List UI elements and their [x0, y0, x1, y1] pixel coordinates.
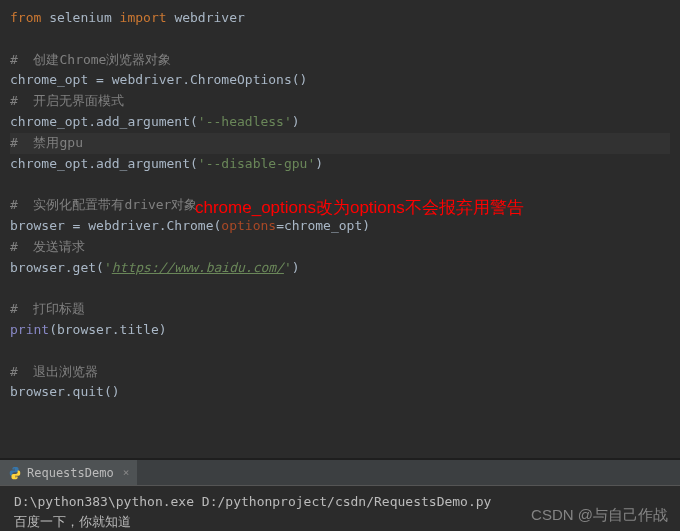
- code-line: # 退出浏览器: [10, 362, 670, 383]
- builtin-print: print: [10, 322, 49, 337]
- url-string: https://www.baidu.com/: [112, 260, 284, 275]
- keyword-from: from: [10, 10, 41, 25]
- terminal-tab-bar: RequestsDemo ×: [0, 460, 680, 486]
- code-line: browser = webdriver.Chrome(options=chrom…: [10, 216, 670, 237]
- code-line: [10, 278, 670, 299]
- code-line: chrome_opt.add_argument('--disable-gpu'): [10, 154, 670, 175]
- code-line: chrome_opt.add_argument('--headless'): [10, 112, 670, 133]
- code-line: [10, 174, 670, 195]
- code-editor[interactable]: from selenium import webdriver # 创建Chrom…: [0, 0, 680, 450]
- code-line: # 实例化配置带有driver对象: [10, 195, 670, 216]
- code-line: chrome_opt = webdriver.ChromeOptions(): [10, 70, 670, 91]
- comment: # 退出浏览器: [10, 364, 98, 379]
- comment: # 发送请求: [10, 239, 85, 254]
- code-line: # 发送请求: [10, 237, 670, 258]
- comment: # 开启无界面模式: [10, 93, 124, 108]
- code-line: # 禁用gpu: [10, 133, 670, 154]
- comment: # 创建Chrome浏览器对象: [10, 52, 171, 67]
- code-line: browser.get('https://www.baidu.com/'): [10, 258, 670, 279]
- code-line: [10, 29, 670, 50]
- terminal-tab[interactable]: RequestsDemo ×: [0, 460, 137, 485]
- keyword-import: import: [120, 10, 167, 25]
- code-line: [10, 341, 670, 362]
- comment: # 禁用gpu: [10, 135, 83, 150]
- string-literal: '--disable-gpu': [198, 156, 315, 171]
- code-line: from selenium import webdriver: [10, 8, 670, 29]
- code-line: # 创建Chrome浏览器对象: [10, 50, 670, 71]
- code-line: print(browser.title): [10, 320, 670, 341]
- parameter: options: [221, 218, 276, 233]
- code-line: browser.quit(): [10, 382, 670, 403]
- terminal-tab-label: RequestsDemo: [27, 466, 114, 480]
- code-line: # 打印标题: [10, 299, 670, 320]
- string-literal: '--headless': [198, 114, 292, 129]
- comment: # 实例化配置带有driver对象: [10, 197, 197, 212]
- python-icon: [8, 466, 22, 480]
- close-icon[interactable]: ×: [123, 466, 130, 479]
- watermark: CSDN @与自己作战: [531, 506, 668, 525]
- code-line: # 开启无界面模式: [10, 91, 670, 112]
- comment: # 打印标题: [10, 301, 85, 316]
